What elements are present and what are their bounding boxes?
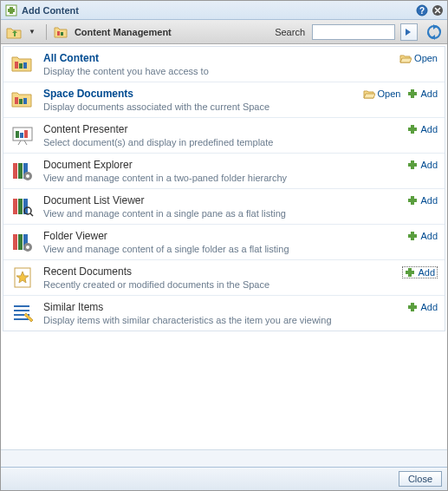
- item-icon: [10, 194, 35, 219]
- item-description: View and manage content of a single fold…: [43, 244, 399, 254]
- item-icon: [10, 123, 35, 147]
- refresh-icon: [426, 24, 442, 40]
- plus-icon: [407, 124, 418, 134]
- svg-text:?: ?: [419, 6, 425, 16]
- item-description: Display items with similar characteristi…: [43, 315, 399, 325]
- add-action[interactable]: Add: [407, 302, 438, 312]
- svg-line-23: [24, 141, 27, 145]
- item-actions: Add: [407, 160, 438, 170]
- item-actions: Add: [407, 302, 438, 312]
- plus-icon: [407, 88, 418, 99]
- item-icon: [10, 88, 35, 112]
- presenter-icon: [10, 123, 35, 147]
- item-title[interactable]: Space Documents: [43, 88, 354, 100]
- item-body: Content PresenterSelect document(s) and …: [43, 123, 399, 147]
- item-actions: Add: [407, 195, 438, 206]
- add-action[interactable]: Add: [407, 160, 438, 170]
- folder-stack-icon: [10, 52, 35, 76]
- svg-rect-8: [57, 31, 60, 36]
- svg-rect-33: [13, 199, 17, 214]
- svg-rect-27: [18, 163, 23, 179]
- star-doc-icon: [10, 265, 35, 290]
- svg-rect-32: [408, 163, 417, 167]
- history-dropdown[interactable]: ▼: [25, 28, 39, 36]
- svg-rect-41: [18, 234, 23, 250]
- list-item: Folder ViewerView and manage content of …: [3, 225, 445, 260]
- item-title: Folder Viewer: [43, 230, 399, 242]
- close-icon[interactable]: [432, 4, 444, 16]
- svg-point-30: [26, 174, 29, 178]
- item-body: Folder ViewerView and manage content of …: [43, 230, 399, 254]
- add-action[interactable]: Add: [407, 195, 438, 206]
- svg-rect-40: [13, 234, 17, 250]
- folder-stack-icon: [10, 88, 35, 112]
- svg-rect-50: [406, 271, 414, 274]
- open-label: Open: [414, 53, 438, 63]
- svg-rect-13: [15, 97, 18, 104]
- add-label: Add: [420, 88, 438, 99]
- plus-icon: [407, 231, 418, 241]
- plus-icon: [405, 267, 415, 278]
- svg-rect-2: [8, 9, 15, 12]
- svg-rect-20: [20, 133, 23, 138]
- help-icon[interactable]: ?: [416, 4, 428, 16]
- add-action[interactable]: Add: [402, 266, 438, 278]
- list-item: Similar ItemsDisplay items with similar …: [3, 296, 445, 331]
- item-body: Similar ItemsDisplay items with similar …: [43, 301, 399, 325]
- svg-rect-21: [24, 130, 28, 138]
- item-title: Content Presenter: [43, 123, 399, 135]
- item-body: Space DocumentsDisplay documents associa…: [43, 88, 354, 112]
- open-action[interactable]: Open: [399, 53, 438, 63]
- search-go-button[interactable]: [400, 23, 418, 41]
- refresh-button[interactable]: [426, 24, 442, 40]
- add-label: Add: [420, 160, 438, 170]
- item-title[interactable]: All Content: [43, 52, 391, 64]
- item-actions: Add: [407, 124, 438, 134]
- search-input[interactable]: [312, 24, 395, 40]
- add-label: Add: [420, 302, 438, 312]
- list-pencil-icon: [10, 301, 35, 325]
- item-actions: Add: [402, 266, 438, 278]
- breadcrumb[interactable]: Content Management: [75, 27, 172, 37]
- footer-spacer: [1, 449, 447, 467]
- add-action[interactable]: Add: [407, 88, 438, 99]
- add-label: Add: [420, 231, 438, 241]
- up-folder-button[interactable]: [6, 25, 22, 39]
- item-icon: [10, 230, 35, 254]
- item-description: Recently created or modified documents i…: [43, 279, 393, 290]
- content-area: All ContentDisplay the content you have …: [1, 44, 447, 449]
- list-item: All ContentDisplay the content you have …: [3, 47, 445, 82]
- search-label: Search: [275, 27, 305, 37]
- item-body: Document ExplorerView and manage content…: [43, 159, 399, 183]
- list-item: Document ExplorerView and manage content…: [3, 154, 445, 189]
- svg-rect-10: [15, 62, 18, 69]
- add-action[interactable]: Add: [407, 124, 438, 134]
- item-actions: OpenAdd: [363, 88, 438, 99]
- item-description: Display the content you have access to: [43, 66, 391, 76]
- item-body: All ContentDisplay the content you have …: [43, 52, 391, 76]
- plus-icon: [407, 160, 418, 170]
- item-icon: [10, 159, 35, 183]
- folder-open-icon: [399, 53, 412, 63]
- item-body: Document List ViewerView and manage cont…: [43, 194, 399, 219]
- svg-rect-39: [408, 199, 417, 202]
- item-icon: [10, 265, 35, 290]
- svg-point-44: [26, 245, 29, 249]
- open-label: Open: [378, 88, 401, 99]
- close-button[interactable]: Close: [399, 471, 442, 487]
- item-description: View and manage content in a two-paned f…: [43, 173, 399, 183]
- breadcrumb-icon: [54, 25, 68, 39]
- svg-rect-19: [16, 131, 19, 138]
- item-body: Recent DocumentsRecently created or modi…: [43, 265, 393, 290]
- item-title: Similar Items: [43, 301, 399, 313]
- add-action[interactable]: Add: [407, 231, 438, 241]
- svg-rect-12: [23, 62, 27, 69]
- add-label: Add: [420, 195, 438, 206]
- svg-line-37: [30, 213, 33, 216]
- list-item: Document List ViewerView and manage cont…: [3, 189, 445, 225]
- svg-rect-46: [408, 234, 417, 238]
- svg-rect-15: [23, 98, 27, 104]
- svg-line-22: [18, 141, 21, 145]
- folder-up-icon: [6, 25, 22, 39]
- open-action[interactable]: Open: [363, 88, 401, 99]
